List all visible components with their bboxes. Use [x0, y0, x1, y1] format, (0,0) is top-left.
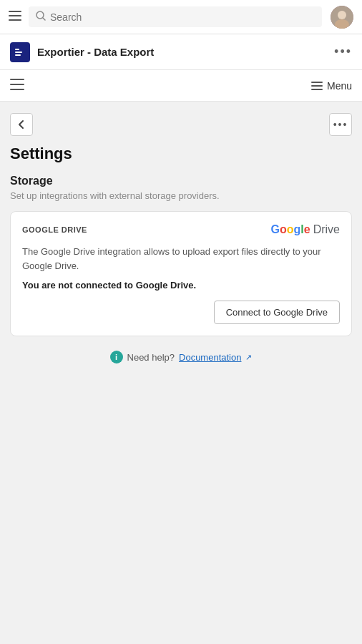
avatar-image	[331, 6, 353, 29]
svg-rect-11	[15, 54, 21, 56]
svg-rect-9	[15, 49, 19, 50]
search-icon	[36, 11, 46, 23]
app-more-icon[interactable]: •••	[334, 44, 352, 59]
menu-text: Menu	[327, 80, 352, 92]
help-row: i Need help? Documentation ↗	[10, 351, 352, 364]
google-drive-card: GOOGLE DRIVE Google Drive The Google Dri…	[10, 211, 352, 336]
logo-o1: o	[280, 223, 287, 235]
back-button[interactable]	[10, 113, 33, 136]
top-bar	[0, 0, 362, 34]
external-link-icon: ↗	[245, 353, 252, 362]
section-desc: Set up integrations with external storag…	[10, 190, 352, 201]
svg-rect-17	[311, 89, 323, 90]
search-input[interactable]	[50, 11, 315, 23]
card-actions: Connect to Google Drive	[22, 301, 340, 324]
page-title: Settings	[10, 145, 352, 163]
content-area: ••• Settings Storage Set up integrations…	[0, 102, 362, 644]
logo-g: G	[271, 223, 280, 235]
svg-rect-1	[9, 15, 21, 16]
svg-rect-10	[15, 52, 22, 53]
top-bar-hamburger-icon[interactable]	[9, 9, 21, 24]
svg-rect-0	[9, 11, 21, 12]
logo-drive-text: Drive	[313, 223, 340, 236]
avatar[interactable]	[331, 6, 353, 29]
connect-google-drive-button[interactable]: Connect to Google Drive	[214, 301, 340, 324]
page-header-row: •••	[10, 113, 352, 136]
page-more-button[interactable]: •••	[329, 113, 352, 136]
info-icon: i	[110, 351, 123, 364]
card-top-row: GOOGLE DRIVE Google Drive	[22, 223, 340, 236]
svg-rect-14	[10, 89, 24, 90]
svg-line-4	[43, 18, 45, 20]
card-section-label: GOOGLE DRIVE	[22, 225, 87, 234]
documentation-link[interactable]: Documentation	[179, 352, 241, 363]
google-drive-logo: Google Drive	[271, 223, 341, 236]
svg-rect-2	[9, 19, 21, 21]
menu-label[interactable]: Menu	[311, 80, 352, 92]
svg-rect-12	[10, 79, 24, 80]
section-title: Storage	[10, 175, 352, 187]
logo-o2: o	[287, 223, 294, 235]
svg-point-6	[338, 11, 346, 19]
app-icon	[10, 42, 30, 62]
card-description: The Google Drive integration allows to u…	[22, 245, 340, 273]
logo-e: e	[304, 223, 310, 235]
app-bar: Exportier - Data Export •••	[0, 34, 362, 70]
svg-rect-16	[311, 85, 323, 87]
nav-bar: Menu	[0, 70, 362, 102]
svg-rect-15	[311, 82, 323, 83]
logo-g2: g	[294, 223, 301, 235]
google-logo-text: Google	[271, 223, 310, 236]
app-title: Exportier - Data Export	[37, 46, 334, 58]
help-text: Need help?	[127, 352, 175, 363]
svg-rect-13	[10, 84, 24, 85]
nav-hamburger-icon[interactable]	[10, 79, 24, 93]
search-bar[interactable]	[29, 6, 322, 27]
card-status: You are not connected to Google Drive.	[22, 280, 340, 291]
